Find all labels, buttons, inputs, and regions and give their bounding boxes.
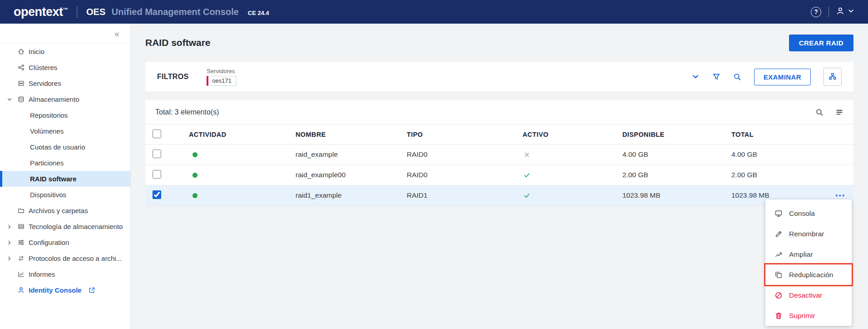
column-header-total: TOTAL	[731, 131, 827, 138]
sidebar-item-informes[interactable]: Informes	[0, 266, 130, 282]
raid-available: 4.00 GB	[622, 150, 731, 159]
sidebar-item-particiones[interactable]: Particiones	[0, 155, 130, 171]
sidebar-collapse-button[interactable]: «	[114, 29, 119, 38]
active-check-icon	[523, 172, 622, 179]
examine-button[interactable]: EXAMINAR	[754, 69, 811, 85]
sidebar-item-servidores[interactable]: Servidores	[0, 75, 130, 91]
total-count-label: Total: 3 elemento(s)	[155, 108, 219, 116]
filter-actions: EXAMINAR	[691, 68, 842, 86]
chevron-down-icon[interactable]	[7, 97, 12, 102]
chevron-right-icon[interactable]	[7, 224, 12, 229]
storage-tech-icon	[18, 223, 25, 230]
search-icon[interactable]	[733, 73, 741, 81]
table-row[interactable]: raid_example00 RAID0 2.00 GB 2.00 GB	[145, 165, 853, 185]
sidebar-item-label: Almacenamiento	[29, 95, 79, 103]
menu-item-desactivar[interactable]: Desactivar	[765, 285, 852, 305]
sidebar-item-inicio[interactable]: Inicio	[0, 44, 130, 60]
table-row[interactable]: raid_example RAID0 4.00 GB 4.00 GB	[145, 145, 853, 165]
sidebar-item-volumenes[interactable]: Volúmenes	[0, 123, 130, 139]
create-raid-button[interactable]: CREAR RAID	[789, 35, 853, 51]
table-header-row: ACTIVIDAD NOMBRE TIPO ACTIVO DISPONIBLE …	[145, 125, 853, 145]
raid-available: 2.00 GB	[622, 171, 731, 179]
menu-item-label: Reduplicación	[789, 271, 833, 279]
sidebar-item-almacenamiento[interactable]: Almacenamiento	[0, 91, 130, 107]
sidebar-item-label: Archivos y carpetas	[29, 207, 88, 214]
expand-icon	[774, 250, 783, 259]
menu-item-suprimir[interactable]: Suprimir	[765, 305, 852, 326]
sidebar-item-raid-software[interactable]: RAID software	[0, 171, 130, 187]
sidebar-item-label: Informes	[29, 270, 55, 278]
sidebar-item-protocolos[interactable]: Protocolos de acceso a archi...	[0, 250, 130, 266]
sidebar-item-label: Particiones	[30, 159, 64, 167]
duplicate-icon	[774, 271, 783, 279]
user-icon	[836, 7, 844, 17]
list-view-icon[interactable]	[835, 108, 843, 116]
server-icon	[18, 80, 25, 87]
raid-type: RAID0	[407, 150, 523, 159]
sidebar-item-configuration[interactable]: Configuration	[0, 234, 130, 250]
sidebar-item-clusteres[interactable]: Clústeres	[0, 60, 130, 75]
sidebar-item-label: Configuration	[29, 239, 69, 246]
sidebar-item-label: RAID software	[30, 175, 77, 183]
filter-chip-oes171[interactable]: oes171	[207, 76, 237, 86]
sidebar-item-label: Repositorios	[30, 111, 68, 119]
row-context-menu: Consola Renombrar Ampliar Reduplicación …	[765, 199, 852, 326]
help-icon[interactable]: ?	[811, 7, 821, 17]
menu-item-consola[interactable]: Consola	[765, 203, 852, 224]
sidebar-item-tecnologia-de-almacenamiento[interactable]: Tecnología de almacenamiento	[0, 219, 130, 234]
storage-icon	[18, 96, 25, 103]
header-actions: ?	[811, 7, 854, 17]
opentext-logo: opentext™	[14, 5, 68, 19]
active-check-icon	[523, 192, 622, 199]
menu-item-label: Ampliar	[789, 250, 813, 259]
sidebar-item-repositorios[interactable]: Repositorios	[0, 107, 130, 123]
sliders-icon	[18, 239, 25, 246]
raid-total: 2.00 GB	[731, 171, 827, 179]
menu-item-renombrar[interactable]: Renombrar	[765, 224, 852, 244]
raid-name: raid_example00	[296, 171, 407, 179]
sidebar-item-label: Volúmenes	[30, 127, 64, 135]
raid-type: RAID1	[407, 191, 523, 199]
menu-item-label: Consola	[789, 209, 815, 218]
sidebar-item-identity-console[interactable]: Identity Console	[0, 282, 130, 298]
menu-item-ampliar[interactable]: Ampliar	[765, 244, 852, 264]
sidebar-item-archivos-y-carpetas[interactable]: Archivos y carpetas	[0, 203, 130, 219]
top-bar: opentext™ OES Unified Management Console…	[0, 0, 868, 24]
product-prefix: OES	[86, 7, 105, 17]
row-checkbox[interactable]	[153, 170, 161, 179]
sidebar-item-label: Tecnología de almacenamiento	[29, 223, 123, 230]
filter-funnel-icon[interactable]	[712, 73, 720, 81]
home-icon	[18, 48, 25, 55]
table-card-header: Total: 3 elemento(s)	[145, 100, 853, 125]
raid-total: 1023.98 MB	[731, 191, 827, 199]
select-all-checkbox[interactable]	[153, 130, 161, 138]
raid-table-card: Total: 3 elemento(s) ACTIVIDAD NOMBRE TI…	[145, 100, 853, 206]
filter-group-servers: Servidores oes171	[207, 68, 237, 86]
account-menu[interactable]	[836, 7, 854, 17]
sidebar-item-label: Servidores	[29, 80, 61, 87]
filters-collapse-chevron-icon[interactable]	[691, 73, 700, 81]
chevron-down-icon	[848, 8, 854, 16]
pencil-icon	[774, 230, 783, 238]
external-link-icon	[89, 287, 95, 294]
activity-status-dot	[192, 152, 197, 157]
sidebar-item-label: Clústeres	[29, 64, 57, 71]
product-title: OES Unified Management Console	[86, 7, 239, 17]
menu-item-reduplicacion[interactable]: Reduplicación	[765, 264, 852, 285]
page-title: RAID software	[145, 37, 211, 48]
chevron-right-icon[interactable]	[7, 256, 12, 261]
table-row-selected[interactable]: raid1_example RAID1 1023.98 MB 1023.98 M…	[145, 185, 853, 206]
sidebar-item-label: Protocolos de acceso a archi...	[29, 254, 122, 262]
sidebar-item-cuotas-de-usuario[interactable]: Cuotas de usuario	[0, 139, 130, 155]
filter-group-label: Servidores	[207, 68, 237, 75]
sidebar-item-dispositivos[interactable]: Dispositivos	[0, 187, 130, 203]
activity-status-dot	[192, 173, 197, 178]
group-by-button[interactable]	[824, 68, 842, 86]
chevron-right-icon[interactable]	[7, 240, 12, 245]
deactivate-icon	[774, 291, 783, 299]
trash-icon	[774, 312, 783, 320]
identity-user-icon	[18, 287, 25, 294]
row-checkbox[interactable]	[153, 190, 161, 199]
row-checkbox[interactable]	[153, 150, 161, 158]
table-search-icon[interactable]	[815, 108, 824, 116]
